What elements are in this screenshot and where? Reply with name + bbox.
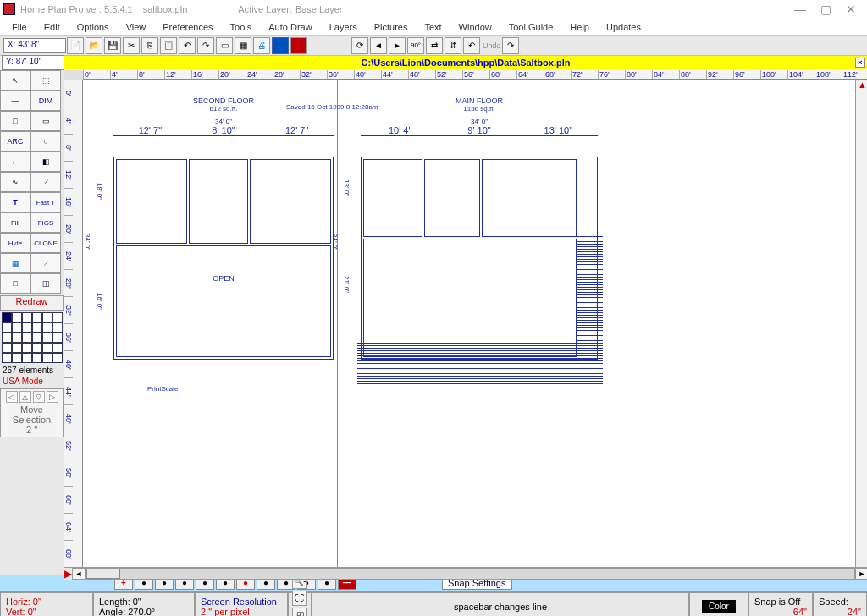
app-title: Home Plan Pro ver: 5.5.4.1 bbox=[20, 4, 133, 14]
maximize-button[interactable]: ▢ bbox=[813, 3, 838, 16]
rotate-left-icon[interactable]: ↶ bbox=[179, 37, 196, 54]
scroll-right-icon[interactable]: ► bbox=[855, 568, 867, 580]
tool-line2[interactable]: ⟋ bbox=[30, 253, 61, 273]
tool-hide[interactable]: Hide bbox=[0, 233, 30, 253]
tool-line[interactable]: — bbox=[0, 91, 30, 111]
menu-toolguide[interactable]: Tool Guide bbox=[500, 20, 562, 34]
undo-icon[interactable]: ↶ bbox=[463, 37, 480, 54]
scroll-thumb[interactable] bbox=[86, 569, 120, 579]
undo-label: Undo bbox=[483, 41, 501, 50]
tool-pointer[interactable]: ↖ bbox=[0, 70, 30, 91]
menu-edit[interactable]: Edit bbox=[36, 20, 69, 34]
minimize-button[interactable]: — bbox=[787, 3, 813, 16]
copy-icon[interactable]: ⎘ bbox=[141, 37, 158, 54]
move-label1: Move bbox=[3, 404, 61, 415]
scroll-track[interactable] bbox=[86, 568, 855, 580]
layer-blue-icon[interactable] bbox=[272, 37, 289, 54]
ruler-horizontal[interactable]: 0'4'8'12'16'20'24'28'32'36'40'44'48'52'5… bbox=[83, 70, 867, 80]
active-layer: Base Layer bbox=[295, 4, 343, 14]
tool-corner[interactable]: ⌐ bbox=[0, 151, 30, 172]
tool-select-area[interactable]: ⬚ bbox=[30, 70, 61, 91]
mirror-icon[interactable]: ⇄ bbox=[426, 37, 443, 54]
angle90-icon[interactable]: 90° bbox=[407, 37, 424, 54]
flip-icon[interactable]: ⇵ bbox=[445, 37, 461, 54]
open-icon[interactable]: 📂 bbox=[86, 37, 102, 54]
scrollbar-horizontal[interactable]: ▶ ◄ ► bbox=[64, 567, 867, 580]
coord-x: X: 43' 8" bbox=[3, 38, 66, 53]
rotate-right-icon[interactable]: ↷ bbox=[197, 37, 214, 54]
tool-clone[interactable]: CLONE bbox=[30, 233, 61, 253]
coord-y: Y: 87' 10" bbox=[2, 55, 64, 70]
menu-pictures[interactable]: Pictures bbox=[366, 20, 417, 34]
zoom-window-icon[interactable]: ◰ bbox=[292, 608, 307, 617]
next-icon[interactable]: ► bbox=[389, 37, 406, 54]
new-icon[interactable]: 📄 bbox=[67, 37, 84, 54]
menu-text[interactable]: Text bbox=[416, 20, 450, 34]
move-up-icon[interactable]: △ bbox=[19, 391, 31, 403]
move-down-icon[interactable]: ▽ bbox=[33, 391, 45, 403]
tool-arc[interactable]: ARC bbox=[0, 131, 30, 151]
tool-box2[interactable]: ◫ bbox=[30, 273, 61, 294]
zoom-fit-icon[interactable]: ⛶ bbox=[292, 591, 307, 606]
redo-icon[interactable]: ↷ bbox=[502, 37, 519, 54]
move-selection-panel: ◁ △ ▽ ▷ Move Selection 2 " bbox=[0, 388, 64, 437]
app-icon bbox=[3, 3, 15, 15]
status-snap[interactable]: Snap is Off 64" bbox=[748, 592, 813, 616]
menu-autodraw[interactable]: Auto Draw bbox=[260, 20, 320, 34]
active-layer-label: Active Layer: bbox=[238, 4, 292, 14]
tool-dim[interactable]: DIM bbox=[30, 91, 61, 111]
drawing-canvas[interactable]: SECOND FLOOR 612 sq.ft. 34' 0" 12' 7" 8'… bbox=[83, 80, 855, 567]
paste-icon[interactable]: 📋 bbox=[160, 37, 177, 54]
tool-text[interactable]: T bbox=[0, 192, 30, 212]
save-icon[interactable]: 💾 bbox=[104, 37, 121, 54]
color-button[interactable]: Color bbox=[702, 600, 736, 613]
menu-layers[interactable]: Layers bbox=[321, 20, 366, 34]
tool-shape1[interactable]: ◧ bbox=[30, 151, 61, 172]
ruler-vertical[interactable]: 0'4'8'12'16'20'24'28'32'36'40'44'48'52'5… bbox=[64, 80, 83, 567]
tool-diag[interactable]: ⟋ bbox=[30, 172, 61, 192]
menu-view[interactable]: View bbox=[118, 20, 155, 34]
title-bar: Home Plan Pro ver: 5.5.4.1 saltbox.pln A… bbox=[0, 0, 867, 19]
tool-fasttext[interactable]: Fast T bbox=[30, 192, 61, 212]
color-palette[interactable] bbox=[2, 312, 63, 363]
status-speed[interactable]: Speed: 24" bbox=[813, 592, 867, 616]
menu-window[interactable]: Window bbox=[450, 20, 500, 34]
menu-bar: File Edit Options View Preferences Tools… bbox=[0, 19, 867, 36]
status-resolution[interactable]: Screen Resolution 2 " per pixel bbox=[195, 592, 288, 616]
menu-updates[interactable]: Updates bbox=[598, 20, 649, 34]
tool-curve[interactable]: ∿ bbox=[0, 172, 30, 192]
move-left-icon[interactable]: ◁ bbox=[6, 391, 18, 403]
tool-rect2[interactable]: ▭ bbox=[30, 111, 61, 131]
redraw-button[interactable]: Redraw bbox=[0, 295, 64, 311]
tool-figs[interactable]: FIGS bbox=[30, 212, 61, 233]
usa-mode[interactable]: USA Mode bbox=[0, 376, 64, 387]
scroll-left-icon[interactable]: ◄ bbox=[72, 568, 86, 580]
status-hint: spacebar changes line bbox=[312, 592, 689, 616]
menu-preferences[interactable]: Preferences bbox=[154, 20, 221, 34]
select-icon[interactable]: ▭ bbox=[216, 37, 233, 54]
main-area: ↖ ⬚ — DIM □ ▭ ARC ○ ⌐ ◧ ∿ ⟋ T Fast T Fil… bbox=[0, 70, 867, 575]
tool-circle[interactable]: ○ bbox=[30, 131, 61, 151]
tool-fill[interactable]: Fill bbox=[0, 212, 30, 233]
status-bar: Horiz: 0" Vert: 0" Length: 0" Angle: 270… bbox=[0, 591, 867, 616]
print-icon[interactable]: 🖨 bbox=[253, 37, 270, 54]
tool-grid: ↖ ⬚ — DIM □ ▭ ARC ○ ⌐ ◧ ∿ ⟋ T Fast T Fil… bbox=[0, 70, 64, 294]
tool-rect1[interactable]: □ bbox=[0, 111, 30, 131]
prev-icon[interactable]: ◄ bbox=[370, 37, 387, 54]
path-close-icon[interactable]: × bbox=[855, 58, 865, 68]
refresh-icon[interactable]: ⟳ bbox=[351, 37, 368, 54]
menu-file[interactable]: File bbox=[3, 20, 36, 34]
layer-red-icon[interactable] bbox=[290, 37, 307, 54]
status-length-angle: Length: 0" Angle: 270.0° bbox=[93, 592, 195, 616]
scrollbar-vertical[interactable]: ▲ bbox=[855, 80, 867, 567]
tool-hatch[interactable]: ▦ bbox=[0, 253, 30, 273]
move-right-icon[interactable]: ▷ bbox=[47, 391, 58, 403]
menu-options[interactable]: Options bbox=[69, 20, 118, 34]
tool-box1[interactable]: □ bbox=[0, 273, 30, 294]
menu-tools[interactable]: Tools bbox=[222, 20, 261, 34]
cut-icon[interactable]: ✂ bbox=[123, 37, 140, 54]
close-button[interactable]: ✕ bbox=[838, 3, 864, 16]
menu-help[interactable]: Help bbox=[561, 20, 598, 34]
grid-icon[interactable]: ▦ bbox=[235, 37, 251, 54]
move-label2: Selection bbox=[3, 415, 61, 425]
